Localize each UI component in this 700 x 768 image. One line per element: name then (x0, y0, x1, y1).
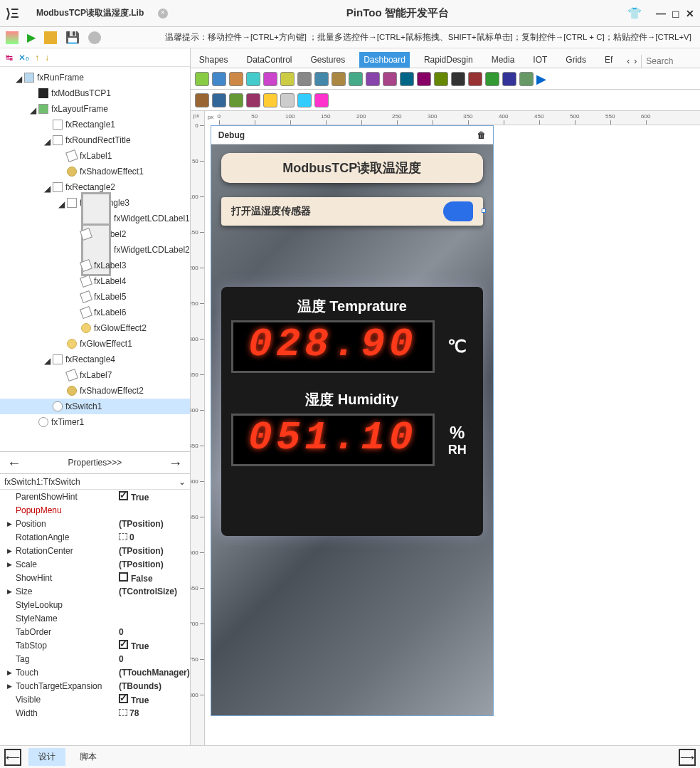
tree-down-icon[interactable]: ↓ (45, 53, 49, 63)
tree-node-fxRunFrame[interactable]: ◢fxRunFrame (0, 70, 190, 85)
palette-icon[interactable] (212, 72, 226, 86)
tree-tool-icon[interactable]: ↹ (6, 53, 13, 63)
prop-Touch[interactable]: ▶Touch(TTouchManager) (0, 666, 190, 679)
sensor-switch[interactable] (443, 201, 473, 221)
palette-icon[interactable] (314, 93, 329, 107)
prop-StyleName[interactable]: StyleName (0, 611, 190, 625)
tab-datacontrol[interactable]: DataControl (242, 52, 296, 68)
palette-icon[interactable] (280, 93, 295, 107)
prop-Size[interactable]: ▶Size(TControlSize) (0, 584, 190, 598)
footer-forward-button[interactable]: ⟶ (679, 749, 696, 766)
tab-ef[interactable]: Ef (600, 52, 617, 68)
prop-RotationAngle[interactable]: RotationAngle0 (0, 530, 190, 544)
checkbox-icon[interactable] (119, 572, 128, 582)
palette-icon[interactable] (366, 72, 380, 86)
prop-TabStop[interactable]: TabStopTrue (0, 638, 190, 652)
palette-icon[interactable] (263, 93, 277, 107)
tree-node-fxRectangle4[interactable]: ◢fxRectangle4 (0, 352, 190, 367)
tree-node-fxShadowEffect2[interactable]: fxShadowEffect2 (0, 383, 190, 399)
selection-handle[interactable] (482, 209, 486, 213)
property-object-selector[interactable]: fxSwitch1:TfxSwitch ⌄ (0, 474, 190, 490)
tab-scroll-left-icon[interactable]: ‹ (627, 56, 630, 66)
run-button[interactable]: ▶ (27, 31, 36, 44)
maximize-button[interactable]: ◻ (672, 8, 680, 19)
palette-icon[interactable] (417, 72, 431, 86)
search-input[interactable] (641, 55, 700, 68)
palette-icon[interactable] (212, 93, 226, 107)
design-canvas[interactable]: Debug 🗑 ModbusTCP读取温湿度 打开温湿度传感器 (205, 125, 700, 745)
properties-title[interactable]: Properties>>> (68, 458, 122, 468)
minimize-button[interactable]: — (656, 8, 666, 19)
checkbox-icon[interactable] (119, 491, 128, 500)
tree-node-fxLabel6[interactable]: fxLabel6 (0, 305, 190, 320)
tree-node-fxRoundRectTitle[interactable]: ◢fxRoundRectTitle (0, 132, 190, 148)
palette-play-icon[interactable]: ▶ (536, 71, 546, 87)
close-window-button[interactable]: ✕ (686, 8, 694, 19)
palette-icon[interactable] (280, 72, 295, 86)
palette-icon[interactable] (485, 72, 499, 86)
open-icon[interactable] (44, 31, 57, 44)
checkbox-icon[interactable] (119, 694, 128, 703)
tab-gestures[interactable]: Gestures (307, 52, 350, 68)
tree-node-fxLabel5[interactable]: fxLabel5 (0, 289, 190, 305)
next-button[interactable]: → (169, 455, 183, 471)
prop-Visible[interactable]: VisibleTrue (0, 693, 190, 706)
tree-node-fxGlowEffect2[interactable]: fxGlowEffect2 (0, 320, 190, 336)
palette-icon[interactable] (195, 72, 209, 86)
close-tab-button[interactable]: × (158, 9, 168, 19)
tree-node-fxModBusTCP1[interactable]: fxModBusTCP1 (0, 85, 190, 101)
new-icon[interactable] (6, 31, 18, 44)
design-tab[interactable]: 设计 (28, 748, 65, 766)
prop-RotationCenter[interactable]: ▶RotationCenter(TPosition) (0, 544, 190, 557)
palette-icon[interactable] (314, 72, 329, 86)
palette-icon[interactable] (246, 93, 260, 107)
checkbox-icon[interactable] (119, 640, 128, 649)
palette-icon[interactable] (297, 72, 312, 86)
palette-icon[interactable] (519, 72, 534, 86)
tree-node-fxLabel4[interactable]: fxLabel4 (0, 273, 190, 289)
palette-icon[interactable] (229, 72, 243, 86)
tree-node-fxTimer1[interactable]: fxTimer1 (0, 414, 190, 430)
prop-ShowHint[interactable]: ShowHintFalse (0, 571, 190, 584)
script-tab[interactable]: 脚本 (73, 748, 104, 766)
tree-node-fxWidgetLCDLabel2[interactable]: fxWidgetLCDLabel2 (0, 242, 190, 258)
document-tab[interactable]: ModbusTCP读取温湿度.Lib (26, 7, 154, 19)
prop-Width[interactable]: Width78 (0, 706, 190, 720)
palette-icon[interactable] (383, 72, 397, 86)
tree-tool-icon[interactable]: ✕₀ (18, 53, 29, 63)
tree-node-fxLabel7[interactable]: fxLabel7 (0, 367, 190, 383)
prev-button[interactable]: ← (7, 455, 21, 471)
prop-StyleLookup[interactable]: StyleLookup (0, 598, 190, 611)
footer-back-button[interactable]: ⟵ (4, 749, 21, 766)
prop-Scale[interactable]: ▶Scale(TPosition) (0, 557, 190, 571)
palette-icon[interactable] (502, 72, 516, 86)
trash-icon[interactable]: 🗑 (477, 130, 486, 140)
palette-icon[interactable] (349, 72, 363, 86)
component-tree[interactable]: ◢fxRunFramefxModBusTCP1◢fxLayoutFramefxR… (0, 67, 190, 451)
tab-media[interactable]: Media (487, 52, 519, 68)
palette-icon[interactable] (229, 93, 243, 107)
palette-icon[interactable] (263, 72, 277, 86)
tree-node-fxSwitch1[interactable]: fxSwitch1 (0, 399, 190, 414)
palette-icon[interactable] (468, 72, 482, 86)
tab-dashboard[interactable]: Dashboard (359, 52, 410, 68)
save-icon[interactable]: 💾 (65, 31, 80, 44)
prop-TabOrder[interactable]: TabOrder0 (0, 625, 190, 638)
palette-icon[interactable] (195, 93, 209, 107)
tshirt-icon[interactable]: 👕 (627, 6, 642, 20)
prop-ParentShowHint[interactable]: ParentShowHintTrue (0, 490, 190, 503)
tree-up-icon[interactable]: ↑ (35, 53, 39, 63)
tree-node-fxGlowEffect1[interactable]: fxGlowEffect1 (0, 336, 190, 352)
palette-icon[interactable] (434, 72, 448, 86)
tab-scroll-right-icon[interactable]: › (634, 56, 637, 66)
prop-PopupMenu[interactable]: PopupMenu (0, 503, 190, 517)
tree-node-fxLayoutFrame[interactable]: ◢fxLayoutFrame (0, 101, 190, 117)
palette-icon[interactable] (451, 72, 465, 86)
tree-node-fxRectangle1[interactable]: fxRectangle1 (0, 117, 190, 132)
palette-icon[interactable] (297, 93, 312, 107)
properties-grid[interactable]: ParentShowHintTruePopupMenu▶Position(TPo… (0, 490, 190, 745)
tree-node-fxLabel1[interactable]: fxLabel1 (0, 148, 190, 164)
db-icon[interactable] (88, 31, 101, 44)
tree-node-fxShadowEffect1[interactable]: fxShadowEffect1 (0, 164, 190, 179)
tab-rapiddesgin[interactable]: RapidDesgin (420, 52, 477, 68)
